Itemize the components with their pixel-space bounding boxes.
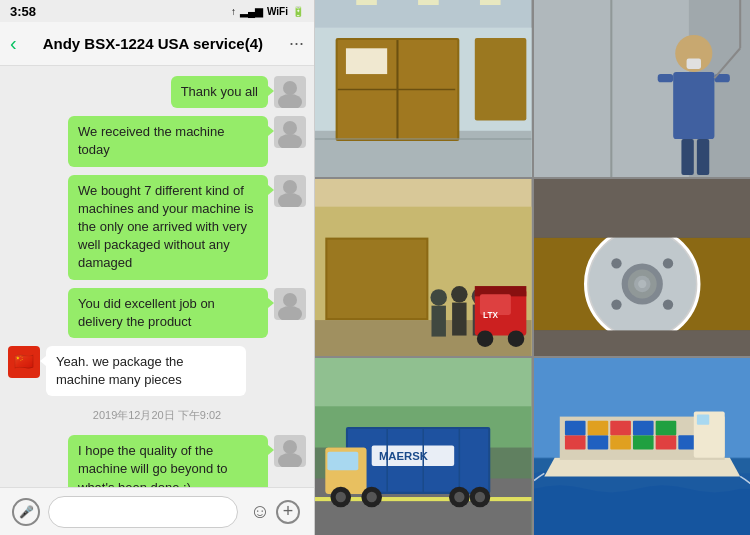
svg-rect-101 xyxy=(610,435,631,449)
svg-text:LTX: LTX xyxy=(483,311,498,320)
message-text: I hope the quality of the machine will g… xyxy=(78,443,228,487)
svg-rect-105 xyxy=(564,421,585,435)
photo-cell-5[interactable]: MAERSK xyxy=(315,358,532,535)
chat-header: ‹ Andy BSX-1224 USA service(4) ··· xyxy=(0,22,314,66)
svg-point-4 xyxy=(283,180,297,194)
avatar xyxy=(274,116,306,148)
svg-rect-26 xyxy=(346,48,387,74)
avatar xyxy=(274,175,306,207)
svg-point-92 xyxy=(367,492,377,502)
menu-button[interactable]: ··· xyxy=(289,33,304,54)
svg-point-91 xyxy=(336,492,346,502)
message-text: You did excellent job on delivery the pr… xyxy=(78,296,215,329)
photo-cell-2[interactable] xyxy=(534,0,751,177)
svg-rect-86 xyxy=(327,452,358,471)
wifi-icon: WiFi xyxy=(267,6,288,17)
avatar xyxy=(274,288,306,320)
chat-panel: 3:58 ↑ ▂▄▆ WiFi 🔋 ‹ Andy BSX-1224 USA se… xyxy=(0,0,315,535)
svg-rect-27 xyxy=(475,38,527,120)
svg-rect-34 xyxy=(686,59,700,69)
svg-point-49 xyxy=(451,286,467,302)
svg-point-47 xyxy=(430,289,446,305)
svg-rect-50 xyxy=(452,303,466,336)
voice-button[interactable]: 🎤 xyxy=(12,498,40,526)
svg-rect-99 xyxy=(564,435,585,449)
message-input[interactable] xyxy=(48,496,238,528)
photo-panel: LTX xyxy=(315,0,750,535)
svg-rect-100 xyxy=(587,435,608,449)
svg-rect-72 xyxy=(534,330,751,356)
svg-rect-23 xyxy=(356,0,377,5)
svg-point-5 xyxy=(278,193,302,207)
svg-point-2 xyxy=(283,121,297,135)
svg-rect-45 xyxy=(327,240,426,318)
svg-rect-107 xyxy=(610,421,631,435)
svg-rect-36 xyxy=(657,74,672,82)
message-row: We received the machine today xyxy=(8,116,306,166)
avatar xyxy=(274,435,306,467)
photo-cell-4[interactable] xyxy=(534,179,751,356)
svg-point-57 xyxy=(508,330,524,346)
svg-point-68 xyxy=(662,258,672,268)
svg-point-94 xyxy=(475,492,485,502)
add-button[interactable]: + xyxy=(274,498,302,526)
message-bubble: We bought 7 different kind of machines a… xyxy=(68,175,268,280)
svg-rect-108 xyxy=(632,421,653,435)
message-bubble: We received the machine today xyxy=(68,116,268,166)
svg-point-1 xyxy=(278,94,302,108)
location-icon: ↑ xyxy=(231,6,236,17)
photo-cell-1[interactable] xyxy=(315,0,532,177)
svg-point-70 xyxy=(662,299,672,309)
svg-rect-106 xyxy=(587,421,608,435)
message-bubble: You did excellent job on delivery the pr… xyxy=(68,288,268,338)
svg-rect-102 xyxy=(632,435,653,449)
svg-point-56 xyxy=(477,330,493,346)
photo-cell-3[interactable]: LTX xyxy=(315,179,532,356)
voice-icon: 🎤 xyxy=(19,505,34,519)
emoji-icon: ☺ xyxy=(250,500,270,523)
message-text: We bought 7 different kind of machines a… xyxy=(78,183,254,271)
svg-point-67 xyxy=(611,258,621,268)
message-text: Thank you all xyxy=(181,84,258,99)
svg-point-9 xyxy=(278,453,302,467)
svg-rect-71 xyxy=(534,179,751,238)
message-row: Thank you all xyxy=(8,76,306,108)
status-time: 3:58 xyxy=(10,4,36,19)
back-button[interactable]: ‹ xyxy=(10,32,17,55)
svg-rect-109 xyxy=(655,421,676,435)
status-icons: ↑ ▂▄▆ WiFi 🔋 xyxy=(231,6,304,17)
status-bar: 3:58 ↑ ▂▄▆ WiFi 🔋 xyxy=(0,0,314,22)
svg-rect-103 xyxy=(655,435,676,449)
battery-icon: 🔋 xyxy=(292,6,304,17)
message-row: You did excellent job on delivery the pr… xyxy=(8,288,306,338)
chat-toolbar: 🎤 ☺ + xyxy=(0,487,314,535)
message-row: I hope the quality of the machine will g… xyxy=(8,435,306,487)
svg-rect-39 xyxy=(696,139,708,175)
svg-point-93 xyxy=(454,492,464,502)
svg-rect-38 xyxy=(681,139,693,175)
message-bubble: I hope the quality of the machine will g… xyxy=(68,435,268,487)
emoji-button[interactable]: ☺ xyxy=(246,498,274,526)
svg-point-0 xyxy=(283,81,297,95)
svg-point-7 xyxy=(278,306,302,320)
svg-rect-24 xyxy=(418,0,439,5)
chat-title: Andy BSX-1224 USA service(4) xyxy=(17,35,289,52)
message-text: We received the machine today xyxy=(78,124,224,157)
photo-cell-6[interactable] xyxy=(534,358,751,535)
signal-icon: ▂▄▆ xyxy=(240,6,263,17)
svg-rect-48 xyxy=(431,306,445,337)
message-text: Yeah. we package the machine many pieces xyxy=(56,354,183,387)
avatar-china: 🇨🇳 xyxy=(8,346,40,378)
messages-area: Thank you all We received the machine to… xyxy=(0,66,314,487)
timestamp: 2019年12月20日 下午9:02 xyxy=(8,408,306,423)
svg-rect-111 xyxy=(696,415,708,425)
svg-rect-35 xyxy=(673,72,714,139)
add-icon: + xyxy=(276,500,300,524)
svg-point-3 xyxy=(278,134,302,148)
svg-point-69 xyxy=(611,299,621,309)
message-row: 🇨🇳 Yeah. we package the machine many pie… xyxy=(8,346,306,396)
message-bubble: Thank you all xyxy=(171,76,268,108)
svg-point-8 xyxy=(283,440,297,454)
avatar xyxy=(274,76,306,108)
message-bubble: Yeah. we package the machine many pieces xyxy=(46,346,246,396)
